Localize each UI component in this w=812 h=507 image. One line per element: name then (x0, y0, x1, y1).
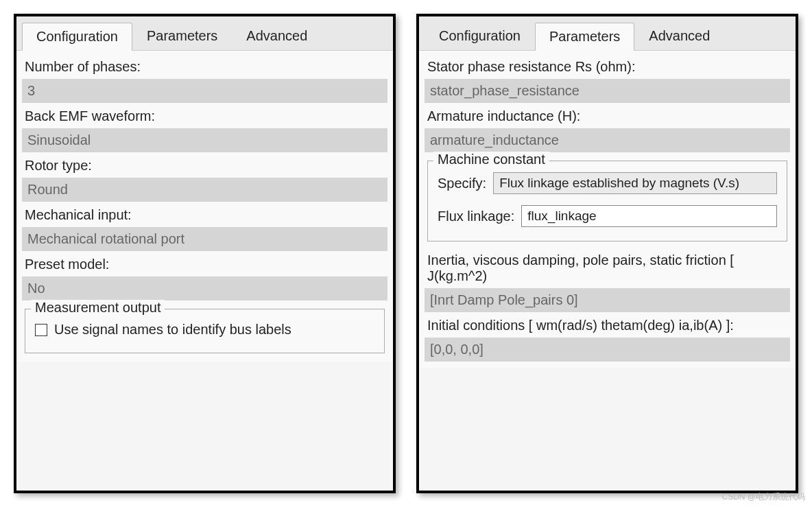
back-emf-label: Back EMF waveform: (22, 104, 387, 127)
num-phases-field[interactable]: 3 (22, 79, 387, 103)
initial-conditions-field[interactable]: [0,0, 0,0] (425, 338, 790, 362)
tab-advanced-r[interactable]: Advanced (634, 22, 724, 50)
armature-inductance-label: Armature inductance (H): (425, 104, 790, 127)
num-phases-label: Number of phases: (22, 55, 387, 78)
stator-resistance-label: Stator phase resistance Rs (ohm): (425, 55, 790, 78)
machine-constant-title: Machine constant (433, 152, 549, 167)
specify-label: Specify: (438, 176, 486, 191)
watermark-text: CSDN @电力系统代码 (721, 491, 805, 503)
flux-linkage-label: Flux linkage: (438, 209, 514, 224)
tab-advanced[interactable]: Advanced (232, 22, 322, 50)
flux-linkage-row: Flux linkage: flux_linkage (435, 200, 780, 233)
back-emf-field[interactable]: Sinusoidal (22, 128, 387, 152)
tab-parameters[interactable]: Parameters (132, 22, 232, 50)
rotor-type-label: Rotor type: (22, 154, 387, 176)
machine-constant-group: Machine constant Specify: Flux linkage e… (427, 161, 787, 241)
specify-dropdown[interactable]: Flux linkage established by magnets (V.s… (493, 172, 777, 194)
preset-model-field[interactable]: No (22, 276, 387, 300)
inertia-field[interactable]: [Inrt Damp Pole_pairs 0] (425, 288, 790, 312)
mechanical-input-label: Mechanical input: (22, 203, 387, 226)
tab-configuration[interactable]: Configuration (22, 23, 132, 51)
checkbox-icon[interactable] (35, 324, 47, 336)
tab-bar-left: Configuration Parameters Advanced (16, 16, 393, 51)
parameters-body: Stator phase resistance Rs (ohm): stator… (419, 51, 796, 368)
initial-conditions-label: Initial conditions [ wm(rad/s) thetam(de… (425, 314, 790, 336)
signal-names-label: Use signal names to identify bus labels (54, 322, 291, 338)
measurement-output-group: Measurement output Use signal names to i… (25, 309, 385, 353)
inertia-label: Inertia, viscous damping, pole pairs, st… (425, 248, 790, 287)
tab-configuration-r[interactable]: Configuration (425, 22, 535, 50)
measurement-output-title: Measurement output (31, 300, 165, 316)
flux-linkage-input[interactable]: flux_linkage (521, 205, 777, 227)
stator-resistance-field[interactable]: stator_phase_resistance (425, 79, 790, 103)
tab-parameters-r[interactable]: Parameters (535, 23, 634, 51)
configuration-body: Number of phases: 3 Back EMF waveform: S… (16, 51, 393, 362)
preset-model-label: Preset model: (22, 252, 387, 275)
specify-row: Specify: Flux linkage established by mag… (435, 167, 780, 200)
configuration-panel: Configuration Parameters Advanced Number… (14, 14, 396, 493)
signal-names-checkbox-row[interactable]: Use signal names to identify bus labels (32, 315, 377, 344)
armature-inductance-field[interactable]: armature_inductance (425, 128, 790, 152)
parameters-panel: Configuration Parameters Advanced Stator… (416, 14, 798, 493)
mechanical-input-field[interactable]: Mechanical rotational port (22, 227, 387, 251)
tab-bar-right: Configuration Parameters Advanced (419, 16, 796, 51)
rotor-type-field[interactable]: Round (22, 178, 387, 202)
